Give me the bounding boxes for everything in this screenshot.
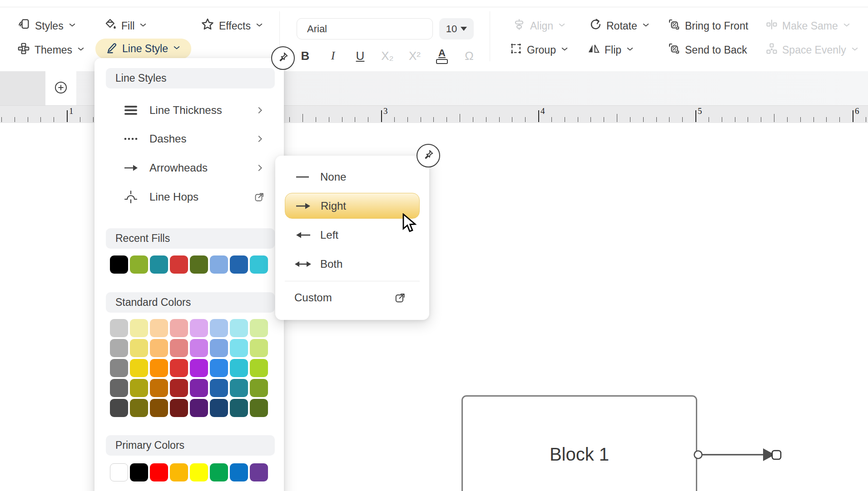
color-swatch[interactable] <box>170 339 188 357</box>
color-swatch[interactable] <box>130 379 148 397</box>
add-page-button[interactable] <box>45 71 76 105</box>
ruler-tick <box>303 114 303 122</box>
rotate-button[interactable]: Rotate <box>589 16 650 36</box>
color-swatch[interactable] <box>190 255 208 274</box>
color-swatch[interactable] <box>150 319 168 337</box>
color-swatch[interactable] <box>130 463 148 481</box>
italic-button[interactable]: I <box>322 46 343 66</box>
group-button[interactable]: Group <box>509 40 569 60</box>
menu-item-dashes[interactable]: Dashes <box>106 126 275 152</box>
color-swatch[interactable] <box>110 339 128 357</box>
connector-start-handle[interactable] <box>694 451 702 459</box>
underline-button[interactable]: U <box>350 46 371 66</box>
color-swatch[interactable] <box>170 359 188 377</box>
color-swatch[interactable] <box>170 319 188 337</box>
ruler-tick <box>15 117 15 122</box>
color-swatch[interactable] <box>150 339 168 357</box>
menu-item-line-thickness[interactable]: Line Thickness <box>106 98 275 123</box>
color-swatch[interactable] <box>190 319 208 337</box>
themes-button[interactable]: Themes <box>17 40 85 60</box>
color-swatch[interactable] <box>130 399 148 417</box>
color-swatch[interactable] <box>110 359 128 377</box>
color-swatch[interactable] <box>110 255 128 274</box>
flip-icon <box>587 42 600 58</box>
color-swatch[interactable] <box>130 255 148 274</box>
ruler-tick <box>80 117 80 122</box>
arrowhead-option-left[interactable]: Left <box>285 223 420 247</box>
color-swatch[interactable] <box>170 255 188 274</box>
color-swatch[interactable] <box>250 339 268 357</box>
arrowhead-option-custom[interactable]: Custom <box>285 286 420 309</box>
color-swatch[interactable] <box>250 463 268 481</box>
chevron-down-icon <box>76 44 85 56</box>
ruler-tick <box>486 117 486 122</box>
color-swatch[interactable] <box>110 319 128 337</box>
send-to-back-button[interactable]: Send to Back <box>667 40 747 60</box>
bold-button[interactable]: B <box>295 46 316 66</box>
color-swatch[interactable] <box>210 339 228 357</box>
color-swatch[interactable] <box>230 463 248 481</box>
color-swatch[interactable] <box>150 359 168 377</box>
color-swatch[interactable] <box>230 359 248 377</box>
shape-block-1[interactable]: Block 1 <box>461 395 697 491</box>
color-swatch[interactable] <box>230 339 248 357</box>
arrowhead-option-none[interactable]: None <box>285 165 420 189</box>
color-swatch[interactable] <box>210 359 228 377</box>
color-swatch[interactable] <box>150 379 168 397</box>
color-swatch[interactable] <box>150 463 168 481</box>
color-swatch[interactable] <box>110 399 128 417</box>
ruler-tick <box>551 117 552 122</box>
font-color-button[interactable]: A <box>432 46 452 66</box>
menu-item-line-hops[interactable]: Line Hops <box>106 184 275 210</box>
pin-panel-button[interactable] <box>271 46 295 70</box>
color-swatch[interactable] <box>210 463 228 481</box>
color-swatch[interactable] <box>230 379 248 397</box>
color-swatch[interactable] <box>190 359 208 377</box>
color-swatch[interactable] <box>210 255 228 274</box>
color-swatch[interactable] <box>130 339 148 357</box>
color-swatch[interactable] <box>170 399 188 417</box>
font-size-dropdown[interactable]: 10 <box>439 18 474 39</box>
color-swatch[interactable] <box>210 399 228 417</box>
color-swatch[interactable] <box>170 379 188 397</box>
connector-line[interactable] <box>691 441 787 469</box>
color-swatch[interactable] <box>250 379 268 397</box>
color-swatch[interactable] <box>230 319 248 337</box>
pin-submenu-button[interactable] <box>417 144 440 167</box>
color-swatch[interactable] <box>150 255 168 274</box>
arrowhead-option-right[interactable]: Right <box>285 193 420 219</box>
line-style-button[interactable]: Line Style <box>95 39 191 59</box>
flip-button[interactable]: Flip <box>587 40 635 60</box>
styles-button[interactable]: Styles <box>17 16 77 36</box>
color-swatch[interactable] <box>110 379 128 397</box>
font-family-input[interactable]: Arial <box>297 18 433 39</box>
color-swatch[interactable] <box>230 399 248 417</box>
line-styles-panel: Line Styles Line Thickness Dashes Arrowh… <box>94 58 284 491</box>
color-swatch[interactable] <box>110 463 128 481</box>
submenu-divider <box>285 281 420 281</box>
superscript-glyph: X² <box>409 49 421 63</box>
color-swatch[interactable] <box>130 319 148 337</box>
color-swatch[interactable] <box>190 339 208 357</box>
color-swatch[interactable] <box>210 379 228 397</box>
color-swatch[interactable] <box>190 399 208 417</box>
menu-item-arrowheads[interactable]: Arrowheads <box>106 155 275 181</box>
color-swatch[interactable] <box>170 463 188 481</box>
color-swatch[interactable] <box>250 319 268 337</box>
color-swatch[interactable] <box>130 359 148 377</box>
color-swatch[interactable] <box>250 399 268 417</box>
color-swatch[interactable] <box>150 399 168 417</box>
ruler-tick <box>853 110 853 122</box>
effects-button[interactable]: Effects <box>200 16 264 36</box>
color-swatch[interactable] <box>250 359 268 377</box>
color-swatch[interactable] <box>190 379 208 397</box>
color-swatch[interactable] <box>230 255 248 274</box>
color-swatch[interactable] <box>190 463 208 481</box>
fill-button[interactable]: Fill <box>104 16 148 36</box>
arrowhead-option-both[interactable]: Both <box>285 252 420 276</box>
ruler-tick <box>538 110 539 122</box>
bring-to-front-button[interactable]: Bring to Front <box>667 16 748 36</box>
connector-end-handle[interactable] <box>772 451 781 459</box>
color-swatch[interactable] <box>250 255 268 274</box>
color-swatch[interactable] <box>210 319 228 337</box>
